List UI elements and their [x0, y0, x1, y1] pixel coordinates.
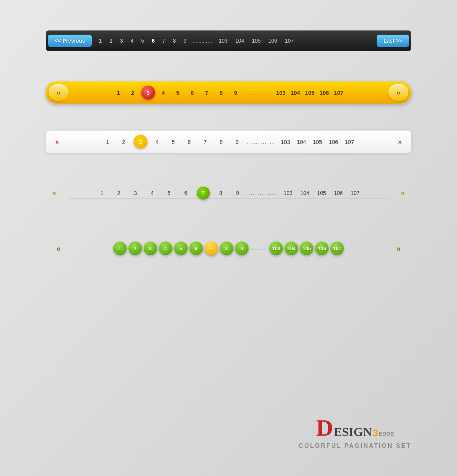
page-2-3[interactable]: 2 — [118, 136, 130, 148]
prev-button-2[interactable]: « — [49, 84, 69, 101]
page-107-1[interactable]: 107 — [282, 36, 297, 45]
page-1-2[interactable]: 1 — [112, 86, 125, 99]
page-5-3[interactable]: 5 — [167, 136, 179, 148]
page-1-3[interactable]: 1 — [102, 136, 114, 148]
pagination-yellow-wrapper: « 1 2 3 4 5 6 7 8 9 ..........… 103 104 … — [38, 81, 419, 104]
page-3-3[interactable]: 3 — [134, 135, 147, 149]
next-icon-3: » — [398, 138, 402, 145]
page-6-1[interactable]: 6 — [149, 36, 158, 45]
brand-number: 3 — [372, 428, 378, 438]
page-9-2[interactable]: 9 — [230, 86, 242, 99]
page-104-2[interactable]: 104 — [289, 86, 301, 99]
page-9-1[interactable]: 9 — [181, 36, 190, 45]
page-6-4[interactable]: 6 — [180, 187, 192, 199]
page-5-2[interactable]: 5 — [172, 86, 184, 99]
page-7-2[interactable]: 7 — [201, 86, 213, 99]
page-8-4[interactable]: 8 — [215, 187, 227, 199]
page-107-2[interactable]: 107 — [332, 86, 345, 99]
page-104-4[interactable]: 104 — [299, 187, 310, 199]
prev-icon-3: « — [55, 138, 59, 145]
bubble-106[interactable]: 106 — [315, 241, 329, 255]
page-104-3[interactable]: 104 — [295, 136, 307, 148]
bubble-104[interactable]: 104 — [284, 241, 298, 255]
bubble-7[interactable]: 7 — [205, 241, 218, 255]
bubble-4[interactable]: 4 — [159, 241, 173, 255]
pagination-minimal: « 1 2 3 4 5 6 7 8 9 ..........… 103 104 … — [46, 184, 411, 203]
page-9-4[interactable]: 9 — [232, 187, 243, 199]
page-107-4[interactable]: 107 — [349, 187, 361, 199]
page-2-1[interactable]: 2 — [106, 36, 115, 45]
prev-button-4[interactable]: « — [50, 188, 59, 198]
page-105-4[interactable]: 105 — [316, 187, 327, 199]
page-106-4[interactable]: 106 — [332, 187, 344, 199]
brand-subtitle: COLORFUL PAGINATION SET — [299, 442, 411, 449]
pagination-bubbles: « 1 2 3 4 5 6 7 8 9 ...... 103 104 105 1… — [46, 237, 411, 260]
page-2-4[interactable]: 2 — [113, 187, 125, 199]
page-2-2[interactable]: 2 — [127, 86, 139, 99]
page-3-2[interactable]: 3 — [141, 86, 155, 99]
bubble-9[interactable]: 9 — [235, 241, 249, 255]
page-4-3[interactable]: 4 — [151, 136, 163, 148]
brand-logo: D ESIGN 3 EDGE — [299, 416, 411, 439]
pagination-yellow: « 1 2 3 4 5 6 7 8 9 ..........… 103 104 … — [46, 81, 411, 104]
page-1-4[interactable]: 1 — [96, 187, 108, 199]
page-4-1[interactable]: 4 — [128, 36, 137, 45]
page-105-3[interactable]: 105 — [311, 136, 323, 148]
bubble-8[interactable]: 8 — [220, 241, 233, 255]
page-4-2[interactable]: 4 — [157, 86, 169, 99]
prev-icon-2: « — [57, 89, 61, 97]
ellipsis-4: ..........… — [249, 190, 277, 196]
page-8-3[interactable]: 8 — [215, 136, 227, 148]
brand-edge: EDGE — [379, 431, 394, 436]
page-103-4[interactable]: 103 — [282, 187, 294, 199]
page-105-2[interactable]: 105 — [304, 86, 316, 99]
page-9-3[interactable]: 9 — [231, 136, 243, 148]
next-button-2[interactable]: » — [388, 84, 408, 101]
page-3-1[interactable]: 3 — [117, 36, 126, 45]
last-button-1[interactable]: Last >> — [377, 35, 409, 47]
bubble-1[interactable]: 1 — [113, 241, 127, 255]
page-7-3[interactable]: 7 — [199, 136, 211, 148]
page-numbers-5: 1 2 3 4 5 6 7 8 9 ...... 103 104 105 106… — [69, 241, 388, 255]
bubble-107[interactable]: 107 — [330, 241, 344, 255]
brand-d: D — [316, 416, 333, 439]
page-103-1[interactable]: 103 — [216, 36, 230, 45]
page-8-2[interactable]: 8 — [215, 86, 227, 99]
prev-button-1[interactable]: << Previous — [48, 35, 92, 47]
page-103-2[interactable]: 103 — [275, 86, 287, 99]
bubble-5[interactable]: 5 — [174, 241, 188, 255]
page-numbers-4: 1 2 3 4 5 6 7 8 9 ..........… 103 104 10… — [63, 187, 394, 200]
page-8-1[interactable]: 8 — [170, 36, 179, 45]
page-6-3[interactable]: 6 — [183, 136, 195, 148]
page-6-2[interactable]: 6 — [186, 86, 198, 99]
page-3-4[interactable]: 3 — [130, 187, 141, 199]
next-button-4[interactable]: » — [398, 188, 407, 198]
page-7-1[interactable]: 7 — [159, 36, 168, 45]
page-5-4[interactable]: 5 — [163, 187, 175, 199]
bubble-3[interactable]: 3 — [144, 241, 157, 255]
next-icon-5: » — [396, 244, 401, 252]
page-106-3[interactable]: 106 — [327, 136, 339, 148]
bubble-103[interactable]: 103 — [269, 241, 283, 255]
page-5-1[interactable]: 5 — [138, 36, 147, 45]
bubble-2[interactable]: 2 — [128, 241, 142, 255]
prev-icon-5: « — [56, 244, 61, 252]
next-icon-4: » — [401, 190, 404, 196]
page-numbers-3: 1 2 3 4 5 6 7 8 9 ..........… 103 104 10… — [70, 135, 387, 149]
page-105-1[interactable]: 105 — [249, 36, 264, 45]
page-107-3[interactable]: 107 — [343, 136, 355, 148]
prev-button-5[interactable]: « — [53, 243, 64, 254]
bubble-6[interactable]: 6 — [189, 241, 203, 255]
next-button-5[interactable]: » — [393, 243, 404, 254]
page-106-2[interactable]: 106 — [318, 86, 330, 99]
bubble-105[interactable]: 105 — [300, 241, 313, 255]
page-7-4[interactable]: 7 — [197, 187, 210, 200]
page-4-4[interactable]: 4 — [147, 187, 158, 199]
branding: D ESIGN 3 EDGE COLORFUL PAGINATION SET — [299, 416, 411, 449]
prev-button-3[interactable]: « — [52, 136, 62, 147]
next-button-3[interactable]: » — [395, 136, 405, 147]
page-106-1[interactable]: 106 — [265, 36, 280, 45]
page-103-3[interactable]: 103 — [279, 136, 291, 148]
page-1-1[interactable]: 1 — [96, 36, 105, 45]
page-104-1[interactable]: 104 — [232, 36, 247, 45]
